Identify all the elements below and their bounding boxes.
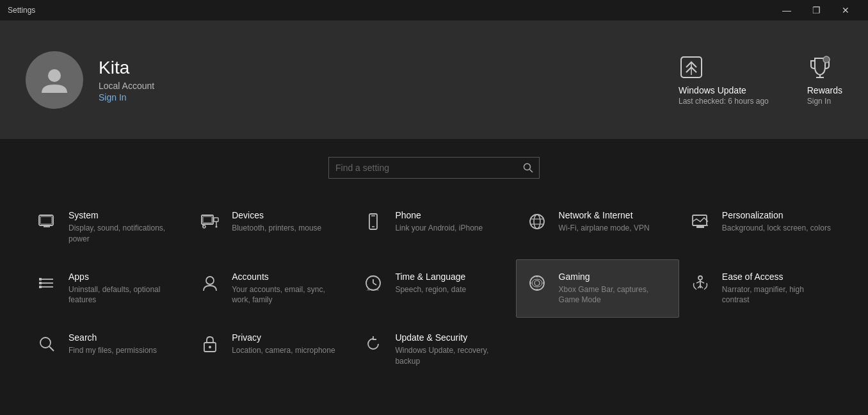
search-button[interactable]: [517, 158, 539, 178]
svg-point-21: [530, 215, 544, 229]
setting-gaming[interactable]: Gaming Xbox Game Bar, captures, Game Mod…: [516, 259, 679, 318]
search-settings-title: Search: [68, 332, 157, 343]
svg-point-4: [823, 56, 830, 63]
ease-of-access-icon: [689, 272, 712, 295]
close-button[interactable]: ✕: [831, 0, 860, 20]
apps-desc: Uninstall, defaults, optional features: [68, 284, 179, 306]
header-widgets: Windows Update Last checked: 6 hours ago…: [679, 54, 842, 106]
update-security-icon: [362, 332, 385, 355]
svg-point-48: [40, 338, 51, 348]
windows-update-title: Windows Update: [679, 85, 746, 95]
svg-rect-32: [39, 282, 42, 284]
window-title: Settings: [8, 6, 35, 15]
setting-update-security[interactable]: Update & Security Windows Update, recove…: [352, 320, 515, 379]
svg-line-37: [373, 283, 376, 285]
setting-time[interactable]: A A Time & Language Speech, region, date: [352, 259, 515, 318]
svg-point-34: [206, 277, 214, 284]
setting-devices[interactable]: Devices Bluetooth, printers, mouse: [189, 198, 352, 257]
account-type: Local Account: [99, 81, 679, 91]
svg-rect-31: [39, 278, 42, 281]
svg-line-49: [49, 346, 54, 351]
time-desc: Speech, region, date: [395, 284, 466, 295]
gaming-icon: [526, 272, 549, 295]
rewards-icon: [807, 54, 833, 80]
update-security-desc: Windows Update, recovery, backup: [395, 345, 506, 367]
setting-personalization[interactable]: Personalization Background, lock screen,…: [679, 198, 842, 257]
svg-rect-27: [696, 226, 704, 228]
phone-icon: [362, 210, 385, 233]
svg-rect-13: [214, 218, 218, 222]
minimize-button[interactable]: —: [772, 0, 801, 20]
setting-network[interactable]: Network & Internet Wi-Fi, airplane mode,…: [516, 198, 679, 257]
search-area: [0, 139, 868, 191]
phone-desc: Link your Android, iPhone: [395, 223, 483, 234]
time-title: Time & Language: [395, 272, 466, 282]
phone-title: Phone: [395, 210, 483, 220]
setting-privacy[interactable]: Privacy Location, camera, microphone: [189, 320, 352, 379]
update-security-title: Update & Security: [395, 332, 506, 343]
svg-line-6: [530, 170, 533, 173]
rewards-title: Rewards: [807, 85, 842, 95]
search-settings-desc: Find my files, permissions: [68, 345, 157, 356]
maximize-button[interactable]: ❐: [801, 0, 831, 20]
personalization-desc: Background, lock screen, colors: [722, 223, 831, 234]
accounts-title: Accounts: [232, 272, 342, 282]
svg-text:A: A: [375, 287, 379, 292]
devices-icon: [198, 210, 221, 233]
svg-rect-12: [203, 216, 212, 223]
network-title: Network & Internet: [559, 210, 650, 220]
settings-grid: System Display, sound, notifications, po…: [0, 191, 868, 386]
windows-update-icon: [679, 54, 704, 80]
svg-rect-10: [40, 216, 52, 224]
avatar: [26, 51, 83, 109]
network-icon: [526, 210, 549, 233]
windows-update-widget[interactable]: Windows Update Last checked: 6 hours ago: [679, 54, 769, 106]
rewards-widget[interactable]: Rewards Sign In: [807, 54, 842, 106]
personalization-title: Personalization: [722, 210, 831, 220]
profile-name: Kita: [99, 58, 679, 78]
gaming-title: Gaming: [559, 272, 670, 282]
setting-ease-of-access[interactable]: Ease of Access Narrator, magnifier, high…: [679, 259, 842, 318]
ease-of-access-title: Ease of Access: [722, 272, 833, 282]
search-input[interactable]: [329, 159, 517, 177]
ease-of-access-desc: Narrator, magnifier, high contrast: [722, 284, 833, 306]
devices-desc: Bluetooth, printers, mouse: [232, 223, 321, 234]
accounts-desc: Your accounts, email, sync, work, family: [232, 284, 342, 306]
setting-accounts[interactable]: Accounts Your accounts, email, sync, wor…: [189, 259, 352, 318]
window-controls: — ❐ ✕: [772, 0, 860, 20]
svg-point-17: [216, 226, 218, 228]
title-bar: Settings — ❐ ✕: [0, 0, 868, 20]
setting-search[interactable]: Search Find my files, permissions: [26, 320, 189, 379]
system-icon: [35, 210, 58, 233]
time-icon: A A: [362, 272, 385, 295]
setting-system[interactable]: System Display, sound, notifications, po…: [26, 198, 189, 257]
devices-title: Devices: [232, 210, 321, 220]
profile-sign-in-link[interactable]: Sign In: [99, 92, 679, 102]
windows-update-subtitle: Last checked: 6 hours ago: [679, 97, 769, 106]
profile-header: Kita Local Account Sign In Windows Updat…: [0, 20, 868, 139]
system-desc: Display, sound, notifications, power: [68, 223, 179, 245]
svg-point-0: [48, 69, 61, 82]
gaming-desc: Xbox Game Bar, captures, Game Mode: [559, 284, 670, 306]
personalization-icon: [689, 210, 712, 233]
privacy-title: Privacy: [232, 332, 335, 343]
svg-text:A: A: [367, 288, 370, 291]
privacy-desc: Location, camera, microphone: [232, 345, 335, 356]
network-desc: Wi-Fi, airplane mode, VPN: [559, 223, 650, 234]
apps-icon: [35, 272, 58, 295]
setting-apps[interactable]: Apps Uninstall, defaults, optional featu…: [26, 259, 189, 318]
accounts-icon: [198, 272, 221, 295]
system-title: System: [68, 210, 179, 220]
svg-point-46: [698, 276, 702, 280]
apps-title: Apps: [68, 272, 179, 282]
search-box: [328, 157, 540, 179]
profile-info: Kita Local Account Sign In: [99, 58, 679, 102]
svg-point-5: [524, 164, 531, 170]
rewards-sign-in: Sign In: [807, 97, 831, 106]
search-settings-icon: [35, 332, 58, 355]
setting-phone[interactable]: Phone Link your Android, iPhone: [352, 198, 515, 257]
svg-rect-33: [39, 286, 42, 288]
privacy-icon: [198, 332, 221, 355]
svg-point-22: [534, 215, 540, 229]
svg-point-41: [534, 281, 540, 286]
